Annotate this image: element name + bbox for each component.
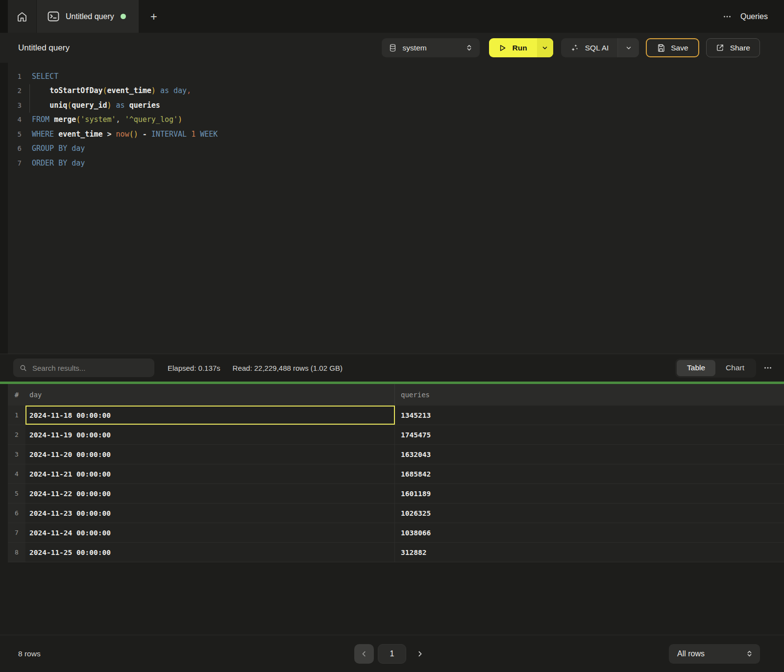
code-line[interactable]: 5WHERE event_time > now() - INTERVAL 1 W… (0, 127, 784, 142)
queries-cell[interactable]: 1632043 (395, 445, 784, 464)
page-size-selector[interactable]: All rows (669, 644, 760, 664)
current-page-button[interactable]: 1 (378, 644, 406, 664)
tab-chart-view[interactable]: Chart (715, 360, 755, 376)
queries-cell[interactable]: 1745475 (395, 425, 784, 444)
top-overflow-menu-button[interactable] (718, 0, 736, 33)
unsaved-changes-dot (121, 14, 126, 19)
queries-link[interactable]: Queries (736, 0, 784, 33)
database-selector[interactable]: system (382, 38, 480, 57)
line-text: SELECT (32, 72, 58, 81)
line-text: FROM merge('system', '^query_log') (32, 115, 182, 124)
table-row: 52024-11-22 00:00:001601189 (8, 484, 784, 504)
day-cell[interactable]: 2024-11-19 00:00:00 (25, 425, 395, 444)
row-index-cell[interactable]: 3 (8, 445, 25, 464)
column-header-index[interactable]: # (8, 384, 25, 406)
run-button[interactable]: Run (489, 38, 537, 57)
row-index-cell[interactable]: 8 (8, 543, 25, 562)
left-edge-strip (0, 0, 8, 33)
column-header-day[interactable]: day (25, 384, 395, 406)
chevron-up-down-icon (746, 650, 753, 657)
sql-editor[interactable]: 1SELECT2 toStartOfDay(event_time) as day… (0, 63, 784, 354)
queries-cell[interactable]: 1026325 (395, 504, 784, 523)
row-index-cell[interactable]: 5 (8, 484, 25, 503)
code-line[interactable]: 1SELECT (0, 69, 784, 84)
home-icon (16, 11, 28, 23)
results-table: # day queries 12024-11-18 00:00:00134521… (0, 384, 784, 562)
queries-cell[interactable]: 312882 (395, 543, 784, 562)
table-row: 82024-11-25 00:00:00312882 (8, 543, 784, 562)
day-cell[interactable]: 2024-11-21 00:00:00 (25, 464, 395, 483)
save-button[interactable]: Save (646, 38, 699, 57)
query-header: Untitled query system Run SQL AI (0, 33, 784, 63)
table-body: 12024-11-18 00:00:00134521322024-11-19 0… (0, 406, 784, 562)
day-cell[interactable]: 2024-11-25 00:00:00 (25, 543, 395, 562)
tab-untitled-query[interactable]: Untitled query (37, 0, 139, 33)
table-row: 22024-11-19 00:00:001745475 (8, 425, 784, 445)
read-stat: Read: 22,229,488 rows (1.02 GB) (233, 364, 343, 372)
results-overflow-menu-button[interactable] (763, 363, 772, 372)
play-icon (498, 44, 507, 52)
day-cell[interactable]: 2024-11-22 00:00:00 (25, 484, 395, 503)
indent-guide (29, 84, 30, 113)
queries-cell[interactable]: 1601189 (395, 484, 784, 503)
day-cell-selected[interactable]: 2024-11-18 00:00:00 (25, 406, 395, 425)
row-index-cell[interactable]: 4 (8, 464, 25, 483)
row-index-cell[interactable]: 1 (8, 406, 25, 425)
line-text: uniq(query_id) as queries (32, 101, 160, 110)
run-options-button[interactable] (537, 38, 553, 57)
search-results-input[interactable] (32, 364, 148, 372)
table-row: 72024-11-24 00:00:001038066 (8, 523, 784, 543)
run-button-label: Run (513, 44, 527, 52)
queries-cell[interactable]: 1038066 (395, 523, 784, 542)
results-toolbar: Elapsed: 0.137s Read: 22,229,488 rows (1… (0, 354, 784, 382)
code-line[interactable]: 7ORDER BY day (0, 156, 784, 170)
day-cell[interactable]: 2024-11-20 00:00:00 (25, 445, 395, 464)
search-icon (19, 364, 27, 372)
next-page-button[interactable] (410, 644, 430, 664)
tab-table-view[interactable]: Table (677, 360, 715, 376)
share-button-label: Share (730, 44, 750, 52)
chevron-up-down-icon (466, 44, 473, 51)
sql-ai-button[interactable]: SQL AI (561, 38, 618, 57)
chevron-down-icon (541, 45, 548, 51)
code-line[interactable]: 6GROUP BY day (0, 142, 784, 156)
previous-page-button[interactable] (354, 644, 374, 664)
queries-cell[interactable]: 1345213 (395, 406, 784, 425)
chevron-left-icon (361, 650, 368, 657)
external-link-icon (716, 44, 724, 52)
row-index-cell[interactable]: 7 (8, 523, 25, 542)
day-cell[interactable]: 2024-11-24 00:00:00 (25, 523, 395, 542)
ellipsis-icon (763, 363, 772, 372)
row-count-label: 8 rows (18, 649, 41, 658)
search-results-box[interactable] (13, 359, 154, 377)
run-button-group: Run (489, 38, 553, 57)
line-text: toStartOfDay(event_time) as day, (32, 86, 191, 95)
code-line[interactable]: 4FROM merge('system', '^query_log') (0, 113, 784, 127)
elapsed-stat: Elapsed: 0.137s (168, 364, 220, 372)
results-empty-area (0, 562, 784, 635)
tab-bar: Untitled query + Queries (0, 0, 784, 33)
share-button[interactable]: Share (706, 38, 760, 57)
code-line[interactable]: 3 uniq(query_id) as queries (0, 98, 784, 113)
home-button[interactable] (8, 0, 36, 33)
new-tab-button[interactable]: + (139, 0, 169, 33)
table-header-row: # day queries (8, 384, 784, 406)
day-cell[interactable]: 2024-11-23 00:00:00 (25, 504, 395, 523)
sql-console: Untitled query + Queries Untitled query … (0, 0, 784, 672)
sql-ai-button-group: SQL AI (561, 38, 639, 57)
save-button-label: Save (671, 44, 688, 52)
row-index-cell[interactable]: 2 (8, 425, 25, 444)
code-line[interactable]: 2 toStartOfDay(event_time) as day, (0, 84, 784, 98)
queries-cell[interactable]: 1685842 (395, 464, 784, 483)
row-index-cell[interactable]: 6 (8, 504, 25, 523)
chevron-down-icon (625, 45, 632, 51)
line-text: WHERE event_time > now() - INTERVAL 1 WE… (32, 130, 218, 139)
save-icon (657, 44, 665, 52)
sql-ai-options-button[interactable] (617, 38, 639, 57)
table-row: 12024-11-18 00:00:001345213 (8, 406, 784, 425)
page-title: Untitled query (18, 43, 70, 53)
editor-left-strip (0, 63, 8, 354)
pagination: 1 (354, 644, 430, 664)
ellipsis-icon (723, 12, 732, 21)
column-header-queries[interactable]: queries (395, 384, 784, 406)
